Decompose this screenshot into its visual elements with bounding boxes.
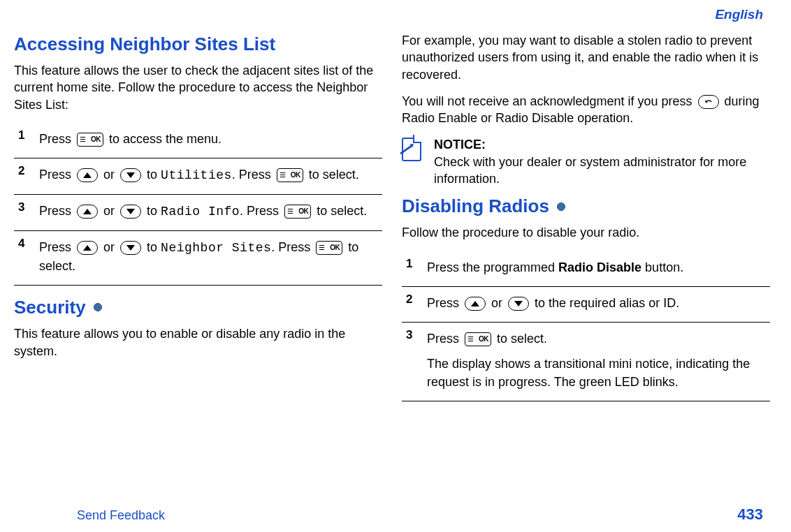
send-feedback-link[interactable]: Send Feedback <box>77 508 165 523</box>
down-arrow-icon <box>120 205 141 219</box>
step-text: Press <box>427 332 463 346</box>
radio-disable-bold: Radio Disable <box>558 260 641 274</box>
section-dot-icon <box>557 202 565 211</box>
ok-button-icon <box>465 332 491 346</box>
step-text: button. <box>641 260 683 274</box>
step-text: . Press <box>232 168 275 182</box>
step-text: to select. <box>309 168 359 182</box>
ok-button-icon <box>316 241 342 255</box>
language-label: English <box>14 7 770 22</box>
step-text: to the required alias or ID. <box>535 296 679 310</box>
ok-button-icon <box>77 133 103 147</box>
dstep-1: Press the programmed Radio Disable butto… <box>402 251 770 287</box>
dstep-2: Press or to the required alias or ID. <box>402 287 770 323</box>
menu-utilities: Utilities <box>161 168 232 182</box>
steps-disabling: Press the programmed Radio Disable butto… <box>402 251 770 401</box>
ack-text-a: You will not receive an acknowledgment i… <box>402 94 696 108</box>
step-text: to <box>147 240 161 254</box>
heading-neighbor-sites: Accessing Neighbor Sites List <box>14 34 382 55</box>
intro-neighbor-sites: This feature allows the user to check th… <box>14 62 382 113</box>
left-column: Accessing Neighbor Sites List This featu… <box>14 28 382 413</box>
up-arrow-icon <box>77 205 98 219</box>
intro-security: This feature allows you to enable or dis… <box>14 325 382 360</box>
steps-neighbor-sites: Press to access the menu. Press or to Ut… <box>14 123 382 286</box>
notice-icon-container <box>402 136 426 187</box>
down-arrow-icon <box>508 297 529 311</box>
page: English Accessing Neighbor Sites List Th… <box>0 0 791 532</box>
step-text: to access the menu. <box>109 132 222 146</box>
down-arrow-icon <box>120 168 141 182</box>
step-text: to <box>147 168 161 182</box>
intro-disabling: Follow the procedure to disable your rad… <box>402 224 770 241</box>
step-text: Press <box>39 168 75 182</box>
step-3: Press or to Radio Info. Press to select. <box>14 195 382 231</box>
step-1: Press to access the menu. <box>14 123 382 158</box>
step-extra-text: The display shows a transitional mini no… <box>427 355 770 391</box>
notice-block: NOTICE: Check with your dealer or system… <box>402 136 770 187</box>
step-text: or <box>103 204 118 218</box>
step-2: Press or to Utilities. Press to select. <box>14 158 382 195</box>
notice-body: NOTICE: Check with your dealer or system… <box>434 136 770 187</box>
step-text: . Press <box>240 204 282 218</box>
up-arrow-icon <box>77 241 98 255</box>
page-footer: Send Feedback 433 <box>14 505 770 524</box>
heading-security: Security <box>14 297 382 318</box>
ok-button-icon <box>284 205 311 219</box>
step-text: Press <box>39 240 75 254</box>
step-text: or <box>491 296 506 310</box>
right-column: For example, you may want to disable a s… <box>402 28 770 413</box>
step-text: Press <box>427 296 463 310</box>
step-text: to select. <box>317 204 367 218</box>
step-text: Press <box>39 132 75 146</box>
menu-neighbor-sites: Neighbor Sites <box>161 241 271 255</box>
dstep-3: Press to select. The display shows a tra… <box>402 323 770 401</box>
up-arrow-icon <box>465 297 486 311</box>
notice-label: NOTICE: <box>434 138 486 152</box>
step-text: or <box>103 168 118 182</box>
down-arrow-icon <box>120 241 141 255</box>
step-4: Press or to Neighbor Sites. Press to sel… <box>14 231 382 286</box>
menu-radio-info: Radio Info <box>161 205 240 219</box>
step-text: Press the programmed <box>427 260 558 274</box>
page-number: 433 <box>737 505 763 524</box>
example-paragraph: For example, you may want to disable a s… <box>402 32 770 83</box>
ok-button-icon <box>277 168 303 182</box>
heading-disabling-radios: Disabling Radios <box>402 195 770 217</box>
back-button-icon <box>698 95 719 109</box>
up-arrow-icon <box>77 168 98 182</box>
step-text: to <box>147 204 161 218</box>
ack-paragraph: You will not receive an acknowledgment i… <box>402 93 770 127</box>
heading-security-text: Security <box>14 297 86 318</box>
notice-text: Check with your dealer or system adminis… <box>434 155 746 186</box>
two-column-layout: Accessing Neighbor Sites List This featu… <box>14 28 770 413</box>
heading-disabling-text: Disabling Radios <box>402 195 549 216</box>
section-dot-icon <box>94 303 102 311</box>
step-text: . Press <box>271 240 314 254</box>
step-text: Press <box>39 204 75 218</box>
step-text: to select. <box>497 332 547 346</box>
step-text: or <box>103 240 118 254</box>
